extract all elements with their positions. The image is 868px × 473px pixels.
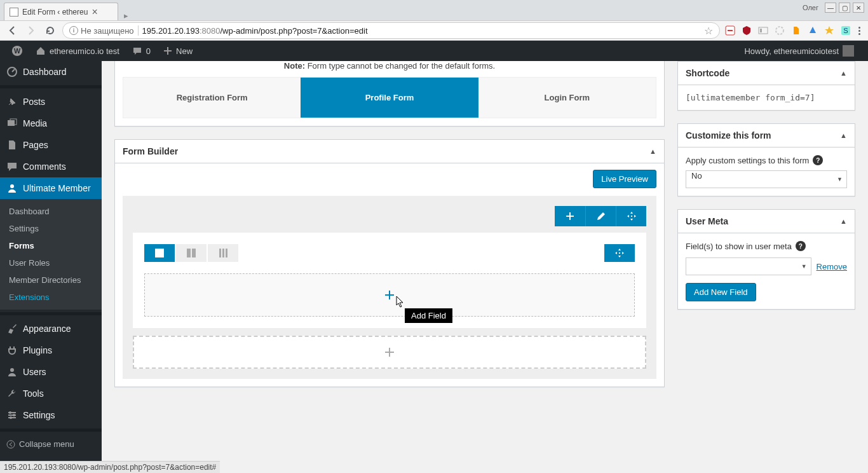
menu-comments[interactable]: Comments [0,156,102,177]
document-icon [10,8,18,17]
media-icon [6,118,18,129]
menu-dashboard[interactable]: Dashboard [0,61,102,83]
menu-media[interactable]: Media [0,113,102,134]
browser-tab[interactable]: Edit Form ‹ ethereu × [4,3,118,20]
window-user-label: Олег [803,4,818,11]
add-field-plus-icon[interactable] [383,289,396,301]
move-icon [627,211,637,221]
submenu-um-settings[interactable]: Settings [0,220,102,237]
comments-link[interactable]: 0 [126,41,157,61]
status-bar-text: 195.201.20.193:8080/wp-admin/post.php?po… [0,461,220,473]
move-row-button[interactable] [616,206,646,226]
edit-row-button[interactable] [585,206,616,226]
menu-plugins[interactable]: Plugins [0,339,102,361]
extension-icon[interactable] [758,25,768,36]
user-meta-label: Field(s) to show in user meta [686,242,792,251]
comment-icon [132,46,142,56]
submenu-um-extensions[interactable]: Extensions [0,289,102,306]
cursor-icon [396,296,406,308]
help-icon[interactable]: ? [813,155,823,165]
layout-1col-button[interactable] [144,244,175,262]
comment-icon [6,161,18,172]
layout-2col-button[interactable] [176,244,207,262]
postbox-toggle-button[interactable]: ▲ [649,147,656,155]
submenu-um-member-directories[interactable]: Member Directories [0,271,102,289]
submenu-um-user-roles[interactable]: User Roles [0,254,102,271]
reload-button[interactable] [43,24,57,38]
url-text[interactable]: 195.201.20.193:8080/wp-admin/post.php?po… [142,26,700,36]
customize-form-label: Apply custom settings to this form [686,156,809,165]
menu-ultimate-member[interactable]: Ultimate Member [0,177,102,199]
add-row-button[interactable] [555,206,585,226]
extension-icon[interactable]: S [841,25,851,36]
extension-icon[interactable] [791,25,801,36]
avatar [843,45,854,57]
tab-login-form[interactable]: Login Form [478,78,656,118]
url-divider [138,25,139,36]
tab-profile-form[interactable]: Profile Form [301,78,478,118]
move-column-button[interactable] [604,244,635,262]
add-new-row-dropzone[interactable] [133,336,646,369]
window-minimize-button[interactable]: — [825,3,836,13]
back-button[interactable] [5,24,19,38]
window-maximize-button[interactable]: ▢ [839,3,850,13]
pencil-icon [596,211,606,221]
menu-tools[interactable]: Tools [0,383,102,404]
site-info-icon[interactable]: i [69,26,78,35]
add-new-field-button[interactable]: Add New Field [686,283,756,301]
add-field-dropzone[interactable]: Add Field [144,273,635,317]
plus-icon [163,46,172,55]
forward-button[interactable] [24,24,38,38]
layout-3col-button[interactable] [208,244,238,262]
bookmark-star-icon[interactable]: ☆ [704,25,713,37]
form-builder-title: Form Builder [123,146,178,156]
menu-pages[interactable]: Pages [0,134,102,156]
user-meta-field-select[interactable] [686,257,811,275]
postbox-toggle-button[interactable]: ▲ [840,217,847,225]
sliders-icon [6,409,18,421]
window-close-button[interactable]: ✕ [853,3,864,13]
user-account-link[interactable]: Howdy, ethereumicoiotest [738,45,860,57]
user-icon [6,366,18,378]
menu-users[interactable]: Users [0,361,102,383]
extension-icon[interactable] [824,25,834,36]
customize-form-title: Customize this form [686,130,771,141]
form-type-note: Note: Form type cannot be changed for th… [123,61,656,77]
postbox-toggle-button[interactable]: ▲ [840,132,847,139]
postbox-toggle-button[interactable]: ▲ [840,69,847,77]
customize-form-select[interactable]: No [686,170,847,188]
menu-appearance[interactable]: Appearance [0,318,102,339]
plus-icon [565,211,575,221]
new-content-link[interactable]: New [157,41,199,61]
collapse-menu-button[interactable]: Collapse menu [0,434,102,454]
menu-posts[interactable]: Posts [0,91,102,113]
svg-rect-2 [760,29,762,32]
svg-text:W: W [14,47,21,55]
site-name-link[interactable]: ethereumico.io test [29,41,126,61]
menu-settings[interactable]: Settings [0,404,102,426]
svg-point-14 [13,414,15,416]
extension-icon[interactable] [742,25,752,36]
extension-icon[interactable] [775,25,785,36]
wp-logo-button[interactable]: W [5,41,29,61]
shortcode-value[interactable]: [ultimatemember form_id=7] [686,93,847,102]
extension-icon[interactable] [808,25,818,36]
dashboard-icon [6,66,18,78]
remove-field-link[interactable]: Remove [817,262,847,271]
tab-registration-form[interactable]: Registration Form [123,78,301,118]
browser-menu-button[interactable] [856,24,863,38]
new-tab-button[interactable]: ▸ [118,11,133,20]
shortcode-title: Shortcode [686,68,729,78]
tab-close-button[interactable]: × [92,6,97,18]
move-icon [614,248,625,258]
address-bar[interactable]: i Не защищено 195.201.20.193:8080/wp-adm… [62,22,720,39]
pin-icon [6,96,18,107]
extension-icon[interactable] [725,25,735,36]
submenu-um-dashboard[interactable]: Dashboard [0,203,102,220]
add-field-tooltip: Add Field [405,308,452,323]
plug-icon [6,345,18,356]
page-icon [6,139,18,151]
submenu-um-forms[interactable]: Forms [0,237,102,254]
live-preview-button[interactable]: Live Preview [593,170,656,188]
help-icon[interactable]: ? [796,241,806,251]
